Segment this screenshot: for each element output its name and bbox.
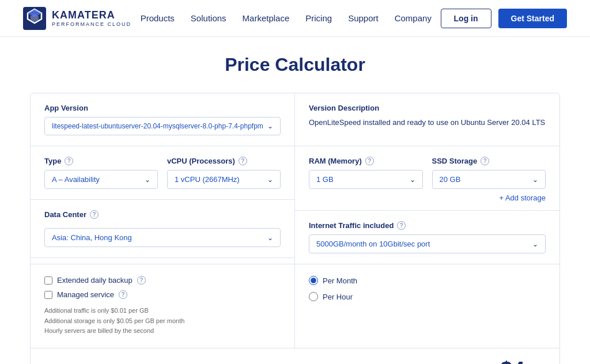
- per-hour-label: Per Hour: [323, 293, 353, 301]
- managed-service-row: Managed service ?: [44, 290, 281, 299]
- main-nav: Products Solutions Marketplace Pricing S…: [141, 13, 432, 23]
- version-desc-section: Version Description OpenLiteSpeed instal…: [295, 93, 559, 146]
- price-display: $4/hour: [500, 358, 546, 364]
- type-dropdown[interactable]: A – Availability ⌄: [44, 170, 158, 189]
- ram-field: RAM (Memory) ? 1 GB ⌄: [309, 157, 423, 189]
- traffic-dropdown[interactable]: 5000GB/month on 10Gbit/sec port ⌄: [309, 234, 546, 253]
- logo-sub: PERFORMANCE CLOUD: [52, 21, 131, 27]
- per-hour-radio[interactable]: [309, 292, 318, 301]
- traffic-help-icon[interactable]: ?: [397, 221, 406, 230]
- billing-radio-group: Per Month Per Hour: [309, 276, 546, 301]
- per-month-label: Per Month: [323, 276, 357, 285]
- login-button[interactable]: Log in: [441, 9, 491, 28]
- vcpu-label: vCPU (Processors): [167, 157, 235, 165]
- ram-dropdown[interactable]: 1 GB ⌄: [309, 170, 423, 189]
- ssd-value: 20 GB: [440, 175, 461, 184]
- traffic-chevron: ⌄: [532, 240, 538, 248]
- traffic-label: Internet Traffic included: [309, 221, 394, 230]
- vcpu-field: vCPU (Processors) ? 1 vCPU (2667MHz) ⌄: [167, 157, 281, 189]
- logo-icon: [23, 7, 46, 30]
- per-hour-radio-row[interactable]: Per Hour: [309, 292, 546, 301]
- per-month-radio-row[interactable]: Per Month: [309, 276, 546, 285]
- ram-help-icon[interactable]: ?: [365, 157, 374, 165]
- ssd-help-icon[interactable]: ?: [481, 157, 489, 165]
- options-section: Extended daily backup ? Managed service …: [31, 264, 295, 348]
- page-title: Price Calculator: [30, 54, 560, 75]
- price-amount: $4: [500, 358, 524, 364]
- ram-value: 1 GB: [316, 175, 334, 184]
- ssd-chevron: ⌄: [532, 176, 538, 184]
- ram-chevron: ⌄: [410, 176, 415, 184]
- vcpu-chevron: ⌄: [267, 176, 273, 184]
- version-desc-label: Version Description: [309, 104, 546, 112]
- right-column: RAM (Memory) ? 1 GB ⌄ SSD Storage ? 20 G…: [295, 146, 559, 264]
- extended-backup-checkbox[interactable]: [44, 276, 52, 285]
- ram-ssd-row: RAM (Memory) ? 1 GB ⌄ SSD Storage ? 20 G…: [295, 146, 559, 194]
- extended-backup-help-icon[interactable]: ?: [137, 276, 146, 285]
- app-version-chevron: ⌄: [267, 122, 273, 130]
- ssd-field: SSD Storage ? 20 GB ⌄: [432, 157, 546, 189]
- vcpu-dropdown[interactable]: 1 vCPU (2667MHz) ⌄: [167, 170, 281, 189]
- app-version-dropdown[interactable]: litespeed-latest-ubuntuserver-20.04-mysq…: [44, 117, 281, 135]
- info-line-1: Additional traffic is only $0.01 per GB: [44, 306, 281, 316]
- datacenter-label: Data Center: [44, 210, 86, 219]
- info-line-3: Hourly servers are billed by the second: [44, 326, 281, 336]
- extended-backup-label[interactable]: Extended daily backup: [57, 276, 133, 285]
- ssd-dropdown[interactable]: 20 GB ⌄: [432, 170, 546, 189]
- type-value: A – Availability: [52, 175, 100, 184]
- logo-name: KAMATERA: [52, 9, 131, 21]
- bottom-area: Extended daily backup ? Managed service …: [31, 264, 559, 348]
- type-field: Type ? A – Availability ⌄: [44, 157, 158, 189]
- nav-support[interactable]: Support: [348, 13, 379, 23]
- price-section: $4/hour Sign Up: [31, 348, 559, 364]
- ram-label: RAM (Memory): [309, 157, 362, 165]
- datacenter-help-icon[interactable]: ?: [90, 210, 99, 219]
- managed-service-checkbox[interactable]: [44, 291, 52, 299]
- traffic-section: Internet Traffic included ? 5000GB/month…: [295, 210, 559, 264]
- datacenter-chevron: ⌄: [267, 234, 273, 242]
- app-version-label: App Version: [44, 104, 281, 112]
- type-vcpu-row: Type ? A – Availability ⌄ vCPU (Processo…: [31, 146, 294, 200]
- type-label: Type: [44, 157, 61, 165]
- type-help-icon[interactable]: ?: [65, 157, 73, 165]
- vcpu-value: 1 vCPU (2667MHz): [175, 175, 240, 184]
- calculator-grid: App Version litespeed-latest-ubuntuserve…: [30, 93, 560, 364]
- app-version-value: litespeed-latest-ubuntuserver-20.04-mysq…: [52, 122, 263, 130]
- datacenter-value: Asia: China, Hong Kong: [52, 233, 132, 242]
- version-desc-value: OpenLiteSpeed installed and ready to use…: [309, 117, 546, 128]
- logo[interactable]: KAMATERA PERFORMANCE CLOUD: [23, 7, 131, 30]
- managed-service-help-icon[interactable]: ?: [119, 290, 127, 299]
- get-started-button[interactable]: Get Started: [498, 9, 567, 28]
- ssd-label: SSD Storage: [432, 157, 478, 165]
- nav-marketplace[interactable]: Marketplace: [243, 13, 290, 23]
- nav-pricing[interactable]: Pricing: [305, 13, 332, 23]
- traffic-value: 5000GB/month on 10Gbit/sec port: [316, 240, 430, 248]
- left-column: Type ? A – Availability ⌄ vCPU (Processo…: [31, 146, 295, 264]
- pricing-info: Additional traffic is only $0.01 per GB …: [44, 306, 281, 336]
- vcpu-help-icon[interactable]: ?: [239, 157, 247, 165]
- info-line-2: Additional storage is only $0.05 per GB …: [44, 316, 281, 327]
- extended-backup-row: Extended daily backup ?: [44, 276, 281, 285]
- billing-period-section: Per Month Per Hour: [295, 264, 559, 348]
- managed-service-label[interactable]: Managed service: [57, 290, 114, 299]
- add-storage-link[interactable]: + Add storage: [295, 194, 559, 210]
- type-chevron: ⌄: [145, 176, 150, 184]
- per-month-radio[interactable]: [309, 276, 318, 285]
- datacenter-dropdown[interactable]: Asia: China, Hong Kong ⌄: [44, 228, 281, 247]
- nav-company[interactable]: Company: [395, 13, 432, 23]
- app-version-section: App Version litespeed-latest-ubuntuserve…: [31, 93, 295, 146]
- datacenter-section: Data Center ? Asia: China, Hong Kong ⌄: [31, 200, 294, 258]
- nav-products[interactable]: Products: [141, 13, 175, 23]
- nav-solutions[interactable]: Solutions: [191, 13, 226, 23]
